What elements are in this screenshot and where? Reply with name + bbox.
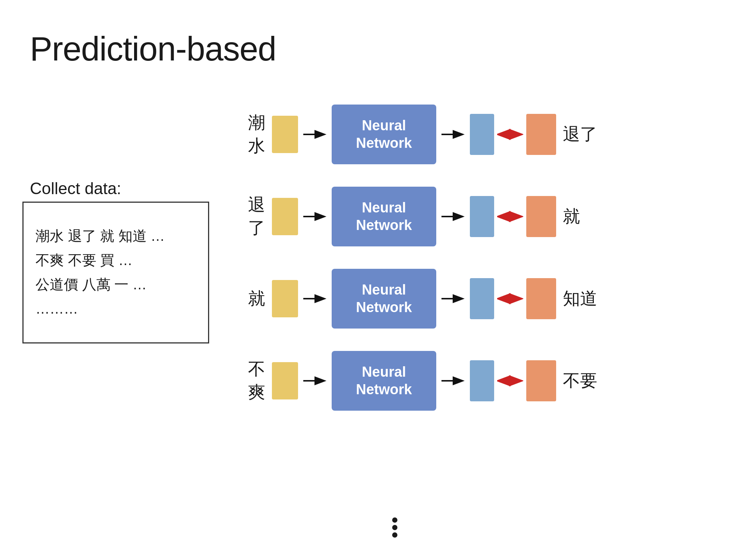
nn-row-3: 不爽 NeuralNetwork 不要 [232,340,604,422]
data-box: 潮水 退了 就 知道 … 不爽 不要 買 … 公道價 八萬 一 … ……… [22,202,209,343]
nn-label-1: NeuralNetwork [356,199,412,234]
blue-box-0 [470,114,494,155]
input-label-3: 不爽 [232,358,265,404]
red-arrow-3 [497,373,523,388]
collect-data-label: Collect data: [30,179,121,198]
output-label-3: 不要 [563,369,604,392]
nn-row-2: 就 NeuralNetwork 知道 [232,258,604,340]
input-label-0: 潮水 [232,111,265,158]
data-line-3: 公道價 八萬 一 … [35,275,196,295]
nn-label-0: NeuralNetwork [356,117,412,152]
continuation-dots [392,517,397,538]
yellow-box-3 [272,362,298,399]
page-title: Prediction-based [30,30,276,68]
orange-box-3 [526,360,556,401]
nn-label-2: NeuralNetwork [356,281,412,317]
nn-box-2: NeuralNetwork [332,269,436,329]
nn-box-1: NeuralNetwork [332,187,436,246]
orange-box-0 [526,114,556,155]
output-label-2: 知道 [563,287,604,310]
red-arrow-0 [497,127,523,142]
data-line-4: ……… [35,299,196,319]
input-label-1: 退了 [232,193,265,240]
red-arrow-2 [497,291,523,306]
black-arrow-0 [302,127,328,142]
dot-1 [392,517,397,523]
nn-label-3: NeuralNetwork [356,363,412,399]
orange-box-2 [526,278,556,319]
black-arrow-1 [302,209,328,224]
orange-box-1 [526,196,556,237]
input-label-2: 就 [232,287,265,310]
data-line-1: 潮水 退了 就 知道 … [35,226,196,246]
yellow-box-2 [272,280,298,317]
black-arrow-2 [302,291,328,306]
dot-2 [392,525,397,530]
black-arrow-out-0 [440,127,466,142]
data-line-2: 不爽 不要 買 … [35,251,196,270]
yellow-box-0 [272,116,298,153]
nn-rows-container: 潮水 NeuralNetwork 退了 退了 NeuralNetwork [232,93,604,422]
blue-box-2 [470,278,494,319]
blue-box-1 [470,196,494,237]
output-label-0: 退了 [563,123,604,146]
nn-row-0: 潮水 NeuralNetwork 退了 [232,93,604,175]
nn-row-1: 退了 NeuralNetwork 就 [232,175,604,258]
black-arrow-out-2 [440,291,466,306]
nn-box-3: NeuralNetwork [332,351,436,411]
yellow-box-1 [272,198,298,235]
black-arrow-out-1 [440,209,466,224]
dot-3 [392,532,397,538]
black-arrow-out-3 [440,373,466,388]
red-arrow-1 [497,209,523,224]
black-arrow-3 [302,373,328,388]
nn-box-0: NeuralNetwork [332,105,436,164]
output-label-1: 就 [563,205,604,228]
blue-box-3 [470,360,494,401]
